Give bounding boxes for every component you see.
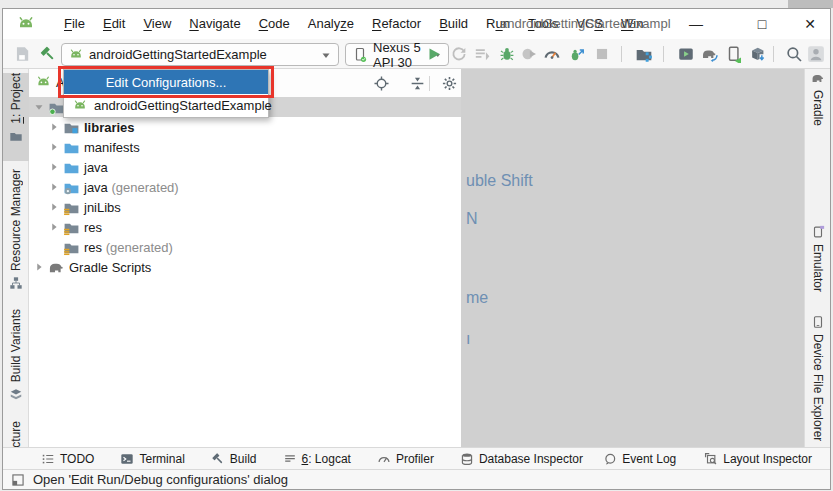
toolbar-divider (663, 46, 664, 62)
sidebar-item-label: Device File Explorer (811, 334, 825, 441)
gear-icon[interactable] (441, 75, 458, 92)
project-tool-window: Android librariesmanifestsjavajava (gene… (29, 69, 461, 447)
minimize-button[interactable]: — (679, 9, 713, 39)
folder-library-icon (63, 119, 80, 136)
menu-view[interactable]: View (134, 9, 180, 39)
run-configuration-dropdown[interactable]: androidGettingStartedExample (61, 43, 339, 66)
chevron-right-icon[interactable] (32, 260, 46, 274)
panel-header-divider (429, 76, 430, 91)
editor-hint-fragment: N (466, 210, 478, 228)
tree-row[interactable]: libraries (29, 117, 461, 137)
toolwindow-button-label: Profiler (396, 452, 434, 466)
editor-hint-fragment: me (466, 289, 488, 307)
tree-row[interactable]: res (generated) (29, 237, 461, 257)
tool-window-bar-left: TODOTerminalBuild6: LogcatProfilerDataba… (3, 452, 583, 466)
toolwindow-button-database-inspector[interactable]: Database Inspector (460, 452, 583, 466)
menu-build[interactable]: Build (430, 9, 477, 39)
tree-row[interactable]: Gradle Scripts (29, 257, 461, 277)
sidebar-item-resource-manager[interactable]: Resource Manager (3, 169, 29, 301)
chevron-right-icon[interactable] (47, 220, 61, 234)
project-tree: librariesmanifestsjavajava (generated)jn… (29, 97, 461, 277)
sdk-box-icon[interactable] (747, 43, 769, 65)
attach-debugger-icon[interactable] (518, 43, 540, 65)
tree-row[interactable]: jniLibs (29, 197, 461, 217)
toolwindow-button-label: 6: Logcat (302, 452, 351, 466)
toolwindow-button-build[interactable]: Build (211, 452, 257, 466)
tree-row-label: jniLibs (84, 200, 121, 215)
gradle-sync-icon[interactable] (699, 43, 721, 65)
tree-row[interactable]: java (generated) (29, 177, 461, 197)
toolwindow-button-6-logcat[interactable]: 6: Logcat (283, 452, 351, 466)
toolwindow-button-label: TODO (60, 452, 94, 466)
device-label: Nexus 5 API 30 (373, 40, 429, 70)
apply-code-changes-icon[interactable] (471, 43, 493, 65)
stop-icon[interactable] (591, 43, 613, 65)
tree-row[interactable]: res (29, 217, 461, 237)
tool-windows-icon[interactable] (11, 473, 25, 487)
sidebar-item-gradle[interactable]: Gradle (805, 71, 831, 147)
window-title: androidGettingStartedExampl (500, 9, 671, 39)
sidebar-item-1-project[interactable]: 1: Project (3, 73, 29, 161)
folder-res-icon (63, 219, 80, 236)
phone-android-icon[interactable] (723, 43, 745, 65)
apply-changes-icon[interactable] (448, 43, 470, 65)
menu-navigate[interactable]: Navigate (180, 9, 249, 39)
menu-code[interactable]: Code (250, 9, 299, 39)
hammer-dark-icon (211, 452, 225, 466)
chevron-right-icon[interactable] (47, 120, 61, 134)
gauge-icon (377, 452, 391, 466)
collapse-all-icon[interactable] (409, 75, 426, 92)
sidebar-item-device-file-explorer[interactable]: Device File Explorer (805, 315, 831, 453)
bug-icon[interactable] (496, 43, 518, 65)
sidebar-item-emulator[interactable]: Emulator (805, 225, 831, 311)
menu-refactor[interactable]: Refactor (363, 9, 430, 39)
toolwindow-button-todo[interactable]: TODO (41, 452, 94, 466)
hammer-green-icon[interactable] (37, 43, 59, 65)
avatar-icon[interactable] (805, 43, 827, 65)
toolwindow-button-event-log[interactable]: Event Log (603, 452, 676, 466)
menu-file[interactable]: File (55, 9, 94, 39)
chevron-right-icon[interactable] (47, 160, 61, 174)
titlebar: FileEditViewNavigateCodeAnalyzeRefactorB… (3, 9, 830, 39)
logcat-lines-icon (283, 452, 297, 466)
editor-hint-fragment: ı (466, 330, 470, 348)
folder-blue-squares-icon[interactable] (633, 43, 655, 65)
popup-item[interactable]: androidGettingStartedExample (64, 94, 268, 117)
no-chevron (47, 240, 61, 254)
maximize-button[interactable]: □ (745, 9, 779, 39)
search-icon[interactable] (783, 43, 805, 65)
tree-row-label: java (84, 160, 108, 175)
toolwindow-button-label: Terminal (139, 452, 184, 466)
menu-edit[interactable]: Edit (94, 9, 134, 39)
monitor-play-icon[interactable] (675, 43, 697, 65)
sidebar-item-label: Emulator (811, 244, 825, 292)
tree-row[interactable]: manifests (29, 137, 461, 157)
chevron-down-icon[interactable] (32, 100, 46, 114)
popup-item-label: Edit Configurations... (106, 75, 227, 90)
sidebar-item-build-variants[interactable]: Build Variants (3, 309, 29, 415)
tree-row[interactable]: java (29, 157, 461, 177)
toolwindow-button-layout-inspector[interactable]: Layout Inspector (704, 452, 812, 466)
popup-item[interactable]: Edit Configurations... (64, 70, 268, 94)
bug-rerun-icon[interactable] (566, 43, 588, 65)
close-button[interactable]: ✕ (793, 9, 827, 39)
play-icon[interactable] (423, 43, 445, 65)
chevron-right-icon[interactable] (47, 140, 61, 154)
tree-row-label: libraries (84, 120, 135, 135)
gauge-dark-icon[interactable] (541, 43, 563, 65)
tree-row-label: res (84, 220, 102, 235)
android-studio-logo-icon (16, 14, 36, 34)
event-log-icon (603, 452, 617, 466)
sidebar-item-label: Build Variants (9, 309, 23, 382)
locate-icon[interactable] (373, 75, 390, 92)
menu-analyze[interactable]: Analyze (299, 9, 363, 39)
save-icon[interactable] (11, 43, 33, 65)
tool-window-bar-right: Event LogLayout Inspector (603, 452, 830, 466)
toolwindow-button-terminal[interactable]: Terminal (120, 452, 184, 466)
chevron-right-icon[interactable] (47, 180, 61, 194)
tree-row-label: manifests (84, 140, 140, 155)
chevron-right-icon[interactable] (47, 200, 61, 214)
tool-window-bar: TODOTerminalBuild6: LogcatProfilerDataba… (3, 447, 830, 469)
folder-blue-icon (63, 159, 80, 176)
toolwindow-button-profiler[interactable]: Profiler (377, 452, 434, 466)
